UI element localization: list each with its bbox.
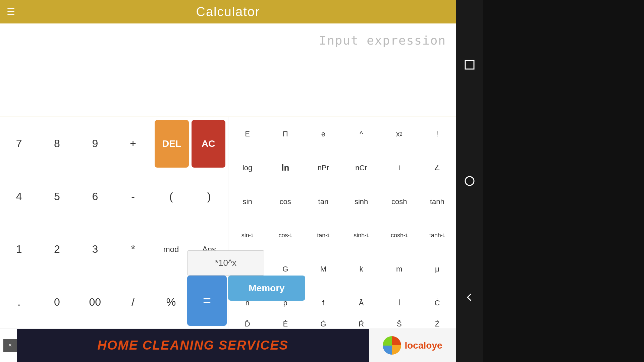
- sci-key-cosinv[interactable]: cos-1: [266, 219, 304, 252]
- sci-key-caret[interactable]: ^: [342, 117, 380, 151]
- sci-key-Cdot[interactable]: Ċ: [418, 286, 456, 320]
- sci-key-sinh[interactable]: sinh: [342, 185, 380, 219]
- back-icon[interactable]: [461, 289, 478, 306]
- ad-logo: localoye: [369, 329, 456, 362]
- key-8[interactable]: 8: [38, 117, 76, 170]
- sci-key-taninv[interactable]: tan-1: [304, 219, 342, 252]
- sci-key-f[interactable]: f: [304, 286, 342, 320]
- sci-key-cos[interactable]: cos: [266, 185, 304, 219]
- ad-content: HOME CLEANING SERVICES: [17, 329, 369, 362]
- key-4[interactable]: 4: [0, 170, 38, 223]
- sci-key-sin[interactable]: sin: [228, 185, 266, 219]
- sci-key-xsquared[interactable]: x2: [380, 117, 418, 151]
- sci-key-M[interactable]: M: [304, 252, 342, 286]
- key-3[interactable]: 3: [76, 223, 114, 276]
- key-dot[interactable]: .: [0, 276, 38, 329]
- side-panel: [456, 0, 483, 362]
- sci-key-sinv[interactable]: sin-1: [228, 219, 266, 252]
- input-expression: Input expression: [10, 34, 446, 47]
- key-rparen[interactable]: ): [190, 170, 228, 223]
- key-percent[interactable]: %: [152, 276, 190, 329]
- key-memory[interactable]: Memory: [228, 276, 305, 301]
- eq-mem-wrapper: = Memory: [187, 276, 305, 326]
- key-multiply[interactable]: *: [114, 223, 152, 276]
- display-area: Input expression: [0, 23, 456, 117]
- sci-key-pi[interactable]: Π: [266, 117, 304, 151]
- sci-key-k[interactable]: k: [342, 252, 380, 286]
- key-2[interactable]: 2: [38, 223, 76, 276]
- sci-key-e[interactable]: e: [304, 117, 342, 151]
- key-9[interactable]: 9: [76, 117, 114, 170]
- ad-banner: × HOME CLEANING SERVICES localoye: [0, 328, 456, 362]
- sci-key-Zdot[interactable]: Ż: [418, 320, 456, 328]
- home-icon[interactable]: [461, 173, 478, 189]
- svg-point-1: [465, 177, 474, 185]
- key-00[interactable]: 00: [76, 276, 114, 329]
- sci-key-Gdot[interactable]: Ġ: [304, 320, 342, 328]
- sci-key-angle[interactable]: ∠: [418, 151, 456, 185]
- sci-key-coshinv[interactable]: cosh-1: [380, 219, 418, 252]
- right-strip: [483, 0, 644, 362]
- key-divide[interactable]: /: [114, 276, 152, 329]
- sci-key-ln[interactable]: ln: [266, 151, 304, 185]
- floating-buttons: *10^x = Memory: [187, 250, 305, 326]
- key-del[interactable]: DEL: [155, 120, 189, 168]
- key-lparen[interactable]: (: [152, 170, 190, 223]
- sci-key-mu[interactable]: μ: [418, 252, 456, 286]
- key-equals[interactable]: =: [187, 276, 227, 326]
- sci-key-Idot[interactable]: İ: [380, 286, 418, 320]
- ad-close-button[interactable]: ×: [3, 339, 17, 352]
- sci-key-cosh[interactable]: cosh: [380, 185, 418, 219]
- sci-key-ncr[interactable]: nCr: [342, 151, 380, 185]
- sci-key-tan[interactable]: tan: [304, 185, 342, 219]
- svg-rect-0: [465, 60, 474, 69]
- square-icon[interactable]: [461, 56, 478, 73]
- header: ☰ Calculator: [0, 0, 456, 23]
- key-7[interactable]: 7: [0, 117, 38, 170]
- key-0[interactable]: 0: [38, 276, 76, 329]
- sci-key-E[interactable]: E: [228, 117, 266, 151]
- key-plus[interactable]: +: [114, 117, 152, 170]
- sci-key-sinhinv[interactable]: sinh-1: [342, 219, 380, 252]
- sci-key-Racute[interactable]: Ŕ: [342, 320, 380, 328]
- logo-circle-icon: [383, 336, 401, 355]
- key-times10x[interactable]: *10^x: [187, 250, 264, 276]
- menu-icon[interactable]: ☰: [7, 6, 15, 17]
- sci-key-Amacron[interactable]: Ā: [342, 286, 380, 320]
- sci-key-npr[interactable]: nPr: [304, 151, 342, 185]
- sci-key-i[interactable]: i: [380, 151, 418, 185]
- key-6[interactable]: 6: [76, 170, 114, 223]
- sci-key-m-small[interactable]: m: [380, 252, 418, 286]
- key-minus[interactable]: -: [114, 170, 152, 223]
- sci-key-log[interactable]: log: [228, 151, 266, 185]
- sci-key-tanhinv[interactable]: tanh-1: [418, 219, 456, 252]
- app-title: Calculator: [196, 5, 260, 19]
- sci-key-factorial[interactable]: !: [418, 117, 456, 151]
- sci-key-tanh[interactable]: tanh: [418, 185, 456, 219]
- key-5[interactable]: 5: [38, 170, 76, 223]
- key-ac[interactable]: AC: [192, 120, 225, 168]
- key-1[interactable]: 1: [0, 223, 38, 276]
- key-mod[interactable]: mod: [152, 223, 190, 276]
- sci-key-Scaron[interactable]: Š: [380, 320, 418, 328]
